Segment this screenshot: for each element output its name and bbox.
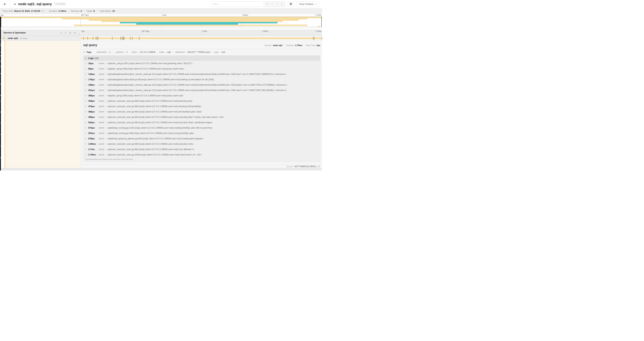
timeline-ruler: 0μs697.75μs1.4ms2.09ms2.79ms <box>81 30 322 36</box>
minimap-span-bar <box>89 20 299 21</box>
log-row[interactable]: 502μs event = ‹sql/conn_executor_exec.go… <box>84 120 320 125</box>
log-field-value: ‹sql/catalog/lease/descriptor_version_st… <box>107 84 287 86</box>
left-scroll-strip[interactable] <box>0 17 1 171</box>
command-icon: ⌘ <box>290 2 292 6</box>
log-timestamp: 495μs <box>88 116 99 118</box>
chevron-up-icon[interactable] <box>271 3 273 5</box>
log-row[interactable]: 80μs event = ‹sql/plan_opt.go:358 [nsql1… <box>84 66 320 71</box>
chevron-right-icon <box>85 68 87 70</box>
span-row[interactable]: node sql1sql query <box>0 36 322 41</box>
log-field-name: event <box>99 105 104 108</box>
expand-all-icon[interactable] <box>74 32 76 34</box>
tag-item[interactable]: client=127.0.0.1:59936 <box>130 51 157 53</box>
chevron-right-icon <box>85 143 87 145</box>
chevron-right-icon <box>85 73 87 75</box>
log-row[interactable]: 476μs event = ‹sql/conn_executor_exec.go… <box>84 104 320 109</box>
log-field-value: ‹sql/exec_util.go:2297 [nsql1,client=127… <box>107 62 192 65</box>
minimap-left-handle[interactable] <box>1 17 1 27</box>
view-selector-button[interactable]: Trace Timeline <box>296 2 319 7</box>
link-icon[interactable] <box>318 165 320 168</box>
span-detail-name-column[interactable] <box>1 41 81 168</box>
close-icon[interactable] <box>281 3 283 5</box>
tag-item[interactable]: _verbose=1 <box>113 51 130 53</box>
equals-sign: = <box>105 100 106 102</box>
logs-header[interactable]: Logs (18) <box>84 56 320 61</box>
log-marker-tick <box>98 37 98 40</box>
log-row[interactable]: 34μs event = ‹sql/exec_util.go:2297 [nsq… <box>84 61 320 66</box>
log-row[interactable]: 189μs event = ‹sql/catalog/lease/descrip… <box>84 82 320 88</box>
log-row[interactable]: 2.7ms event = ‹sql/conn_executor_exec.go… <box>84 147 320 152</box>
minimap-right-handle[interactable] <box>321 17 322 27</box>
log-field-name: event <box>99 127 104 129</box>
log-field-value: ‹sql/conn_executor_exec.go:684 [nsql1,cl… <box>107 100 192 102</box>
log-row[interactable]: 678μs event = ‹sql/distsql_physical_plan… <box>84 136 320 141</box>
tag-item[interactable]: _unfinished=1 <box>93 51 112 53</box>
trace-collapse-toggle[interactable] <box>14 3 16 6</box>
page-title: node sql1: sql query <box>18 2 52 6</box>
log-row[interactable]: 574μs event = ‹sql/distsql_running.go:14… <box>84 125 320 131</box>
log-field-value: ‹sql/catalog/lease/descriptor_version_st… <box>107 89 287 92</box>
minimap-span-bar <box>318 26 320 27</box>
locate-icon[interactable] <box>266 3 268 5</box>
log-field-name: event <box>99 148 104 151</box>
log-timestamp: 486μs <box>88 111 99 113</box>
log-row[interactable]: 176μs event = ‹sql/catalog/descs/descrip… <box>84 77 320 82</box>
log-timestamp: 366μs <box>88 94 99 97</box>
log-row[interactable]: 366μs event = ‹sql/plan_opt.go:358 [nsql… <box>84 93 320 98</box>
chevron-down-icon[interactable] <box>2 37 4 39</box>
collapse-all-icon[interactable] <box>69 32 71 34</box>
log-timestamp: 597μs <box>88 132 99 134</box>
bottom-edge-strip <box>0 168 322 171</box>
span-table-header: Service & Operation 0μs697.75μs1.4ms2.09… <box>0 30 322 36</box>
log-marker-tick <box>132 37 132 40</box>
divider <box>83 49 320 49</box>
log-timestamp: 80μs <box>88 68 99 70</box>
log-row[interactable]: 2.69ms event = ‹sql/conn_executor_exec.g… <box>84 141 320 147</box>
equals-sign: = <box>105 105 106 108</box>
minimap-span-bar <box>62 18 308 20</box>
minimap-canvas[interactable] <box>0 17 322 27</box>
tag-item[interactable]: node=sql1 <box>157 51 173 53</box>
find-result-controls <box>264 2 285 7</box>
log-row[interactable]: 201μs event = ‹sql/catalog/lease/descrip… <box>84 88 320 93</box>
chevron-down-icon <box>14 3 16 6</box>
chevron-right-icon <box>85 116 87 118</box>
tags-row[interactable]: Tags: _unfinished=1 _verbose=1 client=12… <box>83 51 320 53</box>
equals-sign: = <box>105 62 106 65</box>
chevron-down-icon[interactable] <box>276 3 278 5</box>
ruler-tick-label: 2.79ms <box>316 14 322 16</box>
equals-sign: = <box>105 68 106 70</box>
chevron-down-icon <box>85 57 87 59</box>
span-bar-area[interactable] <box>81 36 322 41</box>
log-row[interactable]: 495μs event = ‹sql/conn_executor_exec.go… <box>84 114 320 120</box>
jaeger-trace-page: node sql1: sql query 7418682 <box>0 0 322 171</box>
expand-one-icon[interactable] <box>64 32 67 34</box>
keyboard-shortcuts-button[interactable]: ⌘ <box>288 2 294 7</box>
log-field-value: ‹sql/conn_executor_exec.go:684 [nsql1,cl… <box>107 148 194 151</box>
tag-item[interactable]: user=root <box>212 51 227 53</box>
log-row[interactable]: 142μs event = ‹sql/catalog/lease/descrip… <box>84 71 320 77</box>
log-field-value: ‹sql/conn_executor_exec.go:684 [nsql1,cl… <box>107 143 194 145</box>
span-color-tint <box>4 41 81 168</box>
log-row[interactable]: 2.79ms event = ‹sql/conn_executor_exec.g… <box>84 152 320 157</box>
log-marker-tick <box>97 37 97 40</box>
find-input[interactable] <box>211 2 264 7</box>
log-field-value: ‹sql/catalog/lease/descriptor_version_st… <box>107 73 286 75</box>
log-row[interactable]: 597μs event = ‹sql/distsql_running.go:49… <box>84 131 320 136</box>
chevron-right-icon <box>83 51 85 53</box>
collapse-one-icon[interactable] <box>60 32 62 34</box>
chevron-right-icon <box>85 100 87 102</box>
tag-item[interactable]: statement=SELECT * FROM users <box>173 51 212 53</box>
divider <box>304 44 304 47</box>
column-resizer-grip[interactable] <box>78 33 80 35</box>
log-row[interactable]: 459μs event = ‹sql/conn_executor_exec.go… <box>84 98 320 104</box>
minimap-span-bar <box>120 22 278 23</box>
log-row[interactable]: 486μs event = ‹sql/conn_executor_exec.go… <box>84 109 320 114</box>
log-field-name: event <box>99 116 104 118</box>
chevron-right-icon <box>85 111 87 113</box>
log-field-value: ‹sql/distsql_running.go:1420 [nsql1,clie… <box>107 127 212 129</box>
log-field-name: event <box>99 73 104 75</box>
log-timestamp: 459μs <box>88 100 99 102</box>
back-button[interactable] <box>0 0 10 8</box>
log-timestamp: 476μs <box>88 105 99 108</box>
